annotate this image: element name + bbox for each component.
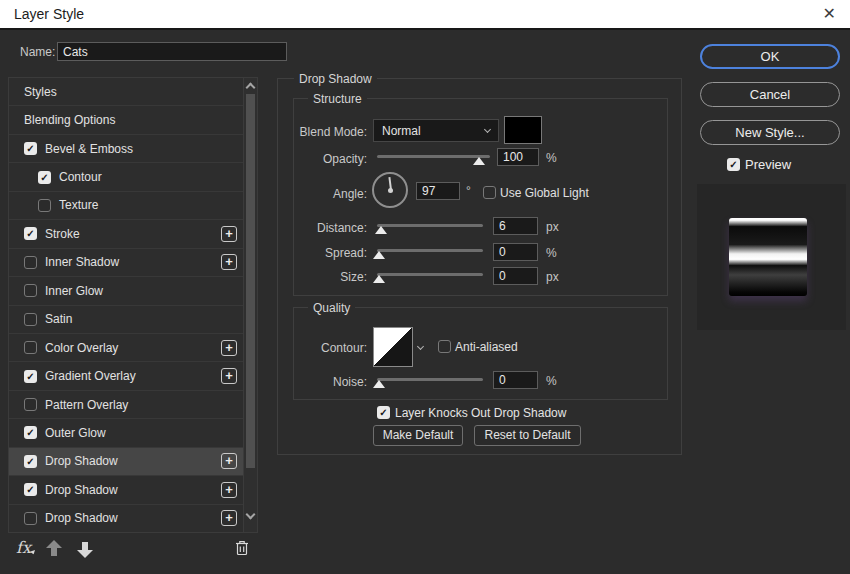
fx-icon[interactable]: fx [16,538,31,557]
name-label: Name: [20,45,55,59]
enable-checkbox[interactable] [24,455,37,468]
quality-group-title: Quality [308,301,355,315]
slider-thumb[interactable] [375,226,387,234]
angle-center-dot [388,188,393,193]
slider-thumb[interactable] [473,157,485,165]
sidebar-item-blending-options[interactable]: Blending Options [9,106,243,134]
enable-checkbox[interactable] [24,483,37,496]
shadow-color-swatch[interactable] [504,116,542,144]
enable-checkbox[interactable] [24,284,37,297]
enable-checkbox[interactable] [38,199,51,212]
blend-mode-select[interactable]: Normal [373,119,499,142]
add-instance-plus-button[interactable] [221,482,237,498]
noise-input[interactable] [493,371,538,389]
contour-picker[interactable] [373,327,413,367]
enable-checkbox[interactable] [38,171,51,184]
sidebar-item-contour[interactable]: Contour [9,163,243,191]
sidebar-item-outer-glow[interactable]: Outer Glow [9,419,243,447]
slider-track[interactable] [377,378,483,381]
distance-label: Distance: [287,221,367,235]
anti-aliased-checkbox[interactable] [438,340,451,353]
sidebar-item-drop-shadow-3[interactable]: Drop Shadow [9,505,243,532]
blend-mode-value: Normal [382,124,485,138]
layer-knocks-out-checkbox[interactable] [377,406,390,419]
distance-slider[interactable] [377,221,483,235]
new-style-button[interactable]: New Style... [700,120,840,145]
opacity-label: Opacity: [287,152,367,166]
scroll-up-icon[interactable] [246,83,256,93]
opacity-slider[interactable] [377,152,490,166]
noise-unit: % [546,374,557,388]
enable-checkbox[interactable] [24,341,37,354]
styles-scrollbar[interactable] [243,78,257,532]
enable-checkbox[interactable] [24,142,37,155]
enable-checkbox[interactable] [24,313,37,326]
sidebar-item-styles[interactable]: Styles [9,78,243,106]
slider-thumb[interactable] [373,275,385,283]
sidebar-item-satin[interactable]: Satin [9,306,243,334]
scrollbar-thumb[interactable] [246,94,255,468]
add-instance-plus-button[interactable] [221,340,237,356]
sidebar-item-drop-shadow-2[interactable]: Drop Shadow [9,476,243,504]
sidebar-item-texture[interactable]: Texture [9,192,243,220]
enable-checkbox[interactable] [24,426,37,439]
arrow-stem [51,548,57,556]
trash-icon [235,540,249,556]
arrow-down-icon [77,550,93,558]
preview-panel [697,184,846,330]
add-instance-plus-button[interactable] [221,510,237,526]
slider-track[interactable] [377,273,483,276]
name-input[interactable] [57,42,287,61]
angle-dial[interactable] [372,172,408,208]
enable-checkbox[interactable] [24,512,37,525]
add-instance-plus-button[interactable] [221,226,237,242]
close-icon[interactable]: ✕ [823,4,836,24]
distance-input[interactable] [493,217,538,235]
size-slider[interactable] [377,270,483,284]
enable-checkbox[interactable] [24,370,37,383]
angle-input[interactable] [416,182,460,200]
noise-slider[interactable] [377,375,483,389]
dialog-titlebar: Layer Style ✕ [0,0,850,30]
slider-thumb[interactable] [373,380,385,388]
sidebar-item-color-overlay[interactable]: Color Overlay [9,334,243,362]
sidebar-item-stroke[interactable]: Stroke [9,220,243,248]
slider-thumb[interactable] [373,251,385,259]
ok-button[interactable]: OK [700,44,840,69]
opacity-input[interactable] [497,148,539,166]
slider-track[interactable] [377,249,483,252]
enable-checkbox[interactable] [24,256,37,269]
size-input[interactable] [493,267,538,285]
anti-aliased-label: Anti-aliased [455,340,518,354]
make-default-button[interactable]: Make Default [373,425,463,446]
styles-list: Styles Blending Options Bevel & Emboss C… [9,78,243,532]
sidebar-item-drop-shadow-1[interactable]: Drop Shadow [9,448,243,476]
add-instance-plus-button[interactable] [221,453,237,469]
spread-slider[interactable] [377,246,483,260]
use-global-light-checkbox[interactable] [483,186,496,199]
noise-label: Noise: [287,375,367,389]
style-preview-thumbnail [729,218,807,296]
move-effect-up-button[interactable] [46,540,62,558]
move-effect-down-button[interactable] [77,540,93,558]
spread-input[interactable] [493,243,538,261]
scroll-down-icon[interactable] [246,510,256,520]
enable-checkbox[interactable] [24,227,37,240]
enable-checkbox[interactable] [24,398,37,411]
delete-effect-button[interactable] [235,540,249,560]
chevron-down-icon [484,125,491,132]
preview-label: Preview [745,157,791,172]
sidebar-item-pattern-overlay[interactable]: Pattern Overlay [9,391,243,419]
preview-checkbox[interactable] [727,158,740,171]
sidebar-item-gradient-overlay[interactable]: Gradient Overlay [9,362,243,390]
add-instance-plus-button[interactable] [221,368,237,384]
sidebar-item-inner-shadow[interactable]: Inner Shadow [9,249,243,277]
spread-unit: % [546,246,557,260]
sidebar-item-inner-glow[interactable]: Inner Glow [9,277,243,305]
cancel-button[interactable]: Cancel [700,82,840,107]
sidebar-item-bevel-emboss[interactable]: Bevel & Emboss [9,135,243,163]
drop-shadow-group-title: Drop Shadow [294,72,377,86]
slider-track[interactable] [377,224,483,227]
reset-to-default-button[interactable]: Reset to Default [474,425,581,446]
add-instance-plus-button[interactable] [221,254,237,270]
